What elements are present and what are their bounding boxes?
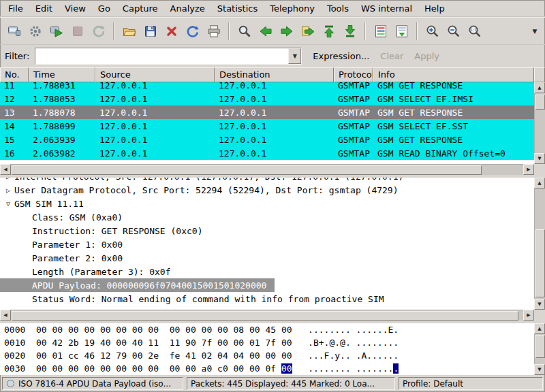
packet-cell: 13 (0, 108, 29, 118)
zoom-in-button[interactable] (422, 20, 443, 42)
detail-line[interactable]: ▷Internet Protocol, Src: 127.0.0.1 (127.… (0, 178, 534, 183)
capture-stop-button[interactable] (67, 20, 88, 42)
main-toolbar: 1:1▼ (0, 17, 545, 45)
scroll-right-icon[interactable]: ▶ (523, 310, 534, 321)
scroll-up-icon[interactable]: ▲ (534, 323, 545, 334)
menu-analyze[interactable]: Analyze (164, 1, 211, 16)
selected-hex-byte[interactable]: 00 (281, 363, 292, 374)
toolbar-overflow-button[interactable]: ▼ (528, 23, 542, 39)
filter-combo: ▼ (35, 48, 302, 65)
hex-vscrollbar[interactable]: ▲ ▼ (534, 323, 545, 375)
packet-row[interactable]: 162.063982127.0.0.1127.0.0.1GSMTAPGSM RE… (0, 146, 534, 160)
scroll-right-icon[interactable]: ▶ (523, 164, 534, 175)
packet-cell: 127.0.0.1 (95, 148, 215, 159)
packet-row[interactable]: 131.788078127.0.0.1127.0.0.1GSMTAPGSM GE… (0, 105, 534, 119)
hex-row[interactable]: 0000 00 00 00 00 00 00 00 00 00 00 00 00… (0, 323, 534, 336)
scroll-down-icon[interactable]: ▼ (534, 364, 545, 375)
selected-ascii-byte[interactable]: . (393, 363, 399, 374)
print-button[interactable] (203, 20, 224, 42)
packet-list-hscrollbar[interactable]: ◀ ▶ (0, 164, 534, 175)
save-file-button[interactable] (140, 20, 161, 42)
menu-tools[interactable]: Tools (321, 1, 355, 16)
packet-list-vscroll-thumb[interactable] (535, 95, 545, 110)
detail-line[interactable]: ▷User Datagram Protocol, Src Port: 52294… (0, 183, 534, 197)
go-to-bottom-icon (343, 24, 358, 39)
scroll-up-icon[interactable]: ▲ (534, 82, 545, 93)
detail-line[interactable]: Instruction: GET RESPONSE (0xc0) (0, 224, 534, 238)
list-interfaces-button[interactable] (3, 20, 25, 42)
scroll-left-icon[interactable]: ◀ (0, 164, 11, 175)
detail-line[interactable]: Length (Parameter 3): 0x0f (0, 265, 534, 278)
capture-start-button[interactable] (46, 20, 67, 42)
detail-line[interactable]: Parameter 1: 0x00 (0, 238, 534, 251)
details-vscroll-thumb[interactable] (535, 229, 545, 297)
packet-row[interactable]: 141.788099127.0.0.1127.0.0.1GSMTAPGSM SE… (0, 119, 534, 133)
detail-line[interactable]: Parameter 2: 0x00 (0, 251, 534, 265)
column-header-no[interactable]: No. (0, 67, 29, 82)
menu-capture[interactable]: Capture (116, 1, 164, 16)
menu-telephony[interactable]: Telephony (264, 1, 321, 16)
filter-dropdown-arrow-icon[interactable]: ▼ (288, 48, 301, 64)
menu-edit[interactable]: Edit (29, 1, 59, 16)
column-header-time[interactable]: Time (29, 67, 95, 82)
expander-expanded-icon[interactable]: ▽ (2, 200, 14, 208)
colorize-packets-button[interactable] (370, 20, 391, 42)
hex-row[interactable]: 0020 00 01 cc 46 12 79 00 2e fe 41 02 04… (0, 349, 534, 362)
menu-help[interactable]: Help (418, 1, 451, 16)
find-packet-button[interactable] (234, 20, 255, 42)
auto-scroll-button[interactable] (391, 20, 412, 42)
status-packets-info-text: Packets: 445 Displayed: 445 Marked: 0 Lo… (191, 379, 375, 389)
packet-details: ▷Internet Protocol, Src: 127.0.0.1 (127.… (0, 178, 534, 310)
column-header-source[interactable]: Source (95, 67, 215, 82)
hex-vscroll-thumb[interactable] (535, 335, 545, 358)
column-header-destination[interactable]: Destination (215, 67, 334, 82)
reload-button[interactable] (182, 20, 203, 42)
detail-line[interactable]: APDU Payload: 000000096f0704001500150102… (0, 278, 275, 292)
menu-statistics[interactable]: Statistics (211, 1, 264, 16)
go-to-top-button[interactable] (318, 20, 339, 42)
capture-options-icon (28, 24, 43, 39)
menu-ws-internal[interactable]: WS internal (355, 1, 418, 16)
go-forward-button[interactable] (276, 20, 297, 42)
packet-list-vscrollbar[interactable]: ▲ ▼ (534, 82, 545, 164)
capture-restart-button[interactable] (88, 20, 109, 42)
capture-options-button[interactable] (25, 20, 46, 42)
packet-row[interactable]: 121.788053127.0.0.1127.0.0.1GSMTAPGSM SE… (0, 92, 534, 105)
hex-row[interactable]: 0030 00 00 00 00 00 00 00 00 00 00 a0 c0… (0, 362, 534, 375)
zoom-100-button[interactable]: 1:1 (464, 20, 485, 42)
detail-line[interactable]: Status Word: Normal ending of command wi… (0, 292, 534, 306)
go-back-button[interactable] (255, 20, 276, 42)
zoom-out-button[interactable] (443, 20, 464, 42)
details-hscrollbar[interactable]: ◀ ▶ (0, 310, 534, 321)
column-header-info[interactable]: Info (373, 67, 534, 82)
column-header-protocol[interactable]: Protocol (334, 67, 373, 82)
packet-cell: 127.0.0.1 (95, 94, 215, 104)
expander-collapsed-icon[interactable]: ▷ (2, 186, 14, 194)
hex-row[interactable]: 0010 00 42 2b 19 40 00 40 11 11 90 7f 00… (0, 336, 534, 349)
go-to-packet-button[interactable] (297, 20, 318, 42)
scroll-left-icon[interactable]: ◀ (0, 310, 11, 321)
expression-button[interactable]: Expression... (313, 51, 369, 61)
menu-file[interactable]: File (2, 1, 29, 16)
clear-button[interactable]: Clear (380, 51, 403, 61)
scroll-down-icon[interactable]: ▼ (534, 153, 545, 164)
expert-info-icon (6, 379, 15, 388)
packet-row[interactable]: 152.063939127.0.0.1127.0.0.1GSMTAPGSM GE… (0, 133, 534, 146)
menu-view[interactable]: View (59, 1, 92, 16)
open-file-button[interactable] (119, 20, 140, 42)
filter-input[interactable] (35, 48, 288, 64)
expander-collapsed-icon[interactable]: ▷ (2, 178, 14, 180)
menu-go[interactable]: Go (92, 1, 116, 16)
close-file-button[interactable] (161, 20, 182, 42)
save-file-icon (143, 24, 158, 39)
packet-list-hscroll-thumb[interactable] (12, 165, 482, 175)
apply-button[interactable]: Apply (414, 51, 439, 61)
details-hscroll-thumb[interactable] (12, 311, 518, 321)
scroll-up-icon[interactable]: ▲ (534, 178, 545, 189)
detail-line[interactable]: Class: GSM (0xa0) (0, 210, 534, 224)
go-to-bottom-button[interactable] (339, 20, 360, 42)
packet-row[interactable]: 111.788031127.0.0.1127.0.0.1GSMTAPGSM GE… (0, 82, 534, 92)
details-vscrollbar[interactable]: ▲ ▼ (534, 178, 545, 310)
detail-line[interactable]: ▽GSM SIM 11.11 (0, 197, 534, 210)
scroll-down-icon[interactable]: ▼ (534, 299, 545, 310)
